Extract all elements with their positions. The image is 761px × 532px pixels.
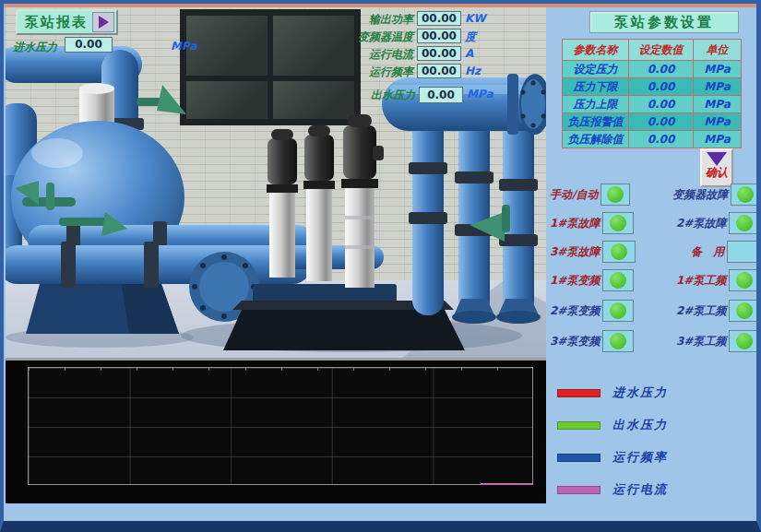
meter-value: 00.00	[417, 46, 461, 61]
inlet-pressure-value: 0.00	[65, 37, 113, 53]
chart-top-bar	[6, 358, 546, 361]
indicator-pump1-fault	[602, 212, 634, 234]
run-frequency-readout: 运行频率 00.00 Hz	[343, 64, 518, 78]
meter-label: 运行频率	[369, 65, 413, 80]
pump-report-button[interactable]: 泵站报表	[16, 9, 118, 35]
status-lamp	[611, 243, 627, 260]
outlet-pressure-label: 出水压力	[371, 88, 415, 103]
param-unit: MPa	[694, 113, 742, 131]
status-lamp	[736, 333, 753, 349]
run-current-readout: 运行电流 00.00 A	[343, 46, 518, 61]
status-lamp	[736, 272, 753, 289]
confirm-label: 确认	[702, 166, 731, 179]
status-lamp	[736, 215, 753, 231]
table-row: 负压解除值 0.00 MPa	[563, 131, 742, 148]
indicator-label: 3#泵故障	[550, 244, 600, 260]
inlet-pressure-label: 进水压力	[13, 40, 57, 55]
pump-station-3d-scene: 泵站报表 进水压力 0.00 MPa 输出功率 00.00 KW 变频器温度 0…	[6, 7, 546, 358]
legend-swatch-current	[557, 486, 600, 494]
legend-item: 运行频率	[557, 451, 668, 464]
indicator-label: 1#泵故障	[550, 216, 600, 231]
indicator-row: 1#泵变频 1#泵工频	[550, 269, 760, 291]
indicator-pump1-vfd	[602, 269, 634, 291]
run-current-trace	[481, 483, 533, 485]
col-set-value: 设定数值	[629, 40, 694, 61]
meter-unit: 度	[465, 30, 491, 45]
indicator-label: 1#泵工频	[676, 273, 726, 289]
output-power-readout: 输出功率 00.00 KW	[343, 11, 518, 26]
confirm-button[interactable]: 确认	[700, 148, 733, 187]
indicator-label: 2#泵故障	[676, 216, 726, 231]
param-name: 负压解除值	[563, 131, 629, 148]
legend-label: 出水压力	[612, 417, 668, 433]
status-lamp	[736, 302, 753, 319]
status-lamp	[610, 302, 626, 319]
parameter-table: 参数名称 设定数值 单位 设定压力 0.00 MPa 压力下限 0.00 MPa…	[562, 39, 742, 148]
meter-value: 00.00	[417, 29, 461, 43]
param-value-field[interactable]: 0.00	[629, 131, 694, 148]
trend-plot	[28, 367, 533, 485]
indicator-label: 手动/自动	[550, 187, 598, 203]
meter-unit: Hz	[465, 65, 491, 77]
indicator-pump3-vfd	[602, 330, 634, 352]
indicator-row: 2#泵变频 2#泵工频	[550, 300, 760, 322]
confirm-funnel-icon	[707, 152, 727, 166]
param-name: 负压报警值	[563, 113, 629, 131]
indicator-pump2-vfd	[602, 300, 634, 322]
indicator-pump2-mains	[729, 300, 760, 322]
legend-item: 进水压力	[557, 386, 668, 399]
meter-value: 00.00	[417, 64, 461, 78]
indicator-label: 2#泵工频	[676, 303, 726, 319]
indicator-label: 2#泵变频	[550, 303, 600, 319]
parameter-panel: 泵站参数设置 参数名称 设定数值 单位 设定压力 0.00 MPa 压力下限 0…	[550, 11, 760, 522]
indicator-label: 3#泵工频	[676, 334, 726, 349]
meter-label: 变频器温度	[358, 30, 413, 45]
meter-label: 输出功率	[369, 12, 413, 28]
indicator-pump3-mains	[729, 330, 760, 352]
indicator-label: 备 用	[678, 244, 724, 260]
table-row: 设定压力 0.00 MPa	[563, 61, 742, 78]
trend-chart-area	[6, 358, 546, 503]
param-value-field[interactable]: 0.00	[629, 61, 694, 78]
indicator-label: 3#泵变频	[550, 334, 600, 349]
indicator-row: 3#泵变频 3#泵工频	[550, 330, 760, 352]
param-value-field[interactable]: 0.00	[629, 113, 694, 131]
legend-label: 运行频率	[612, 449, 668, 466]
indicator-pump2-fault	[729, 212, 760, 234]
table-row: 负压报警值 0.00 MPa	[563, 113, 742, 131]
param-unit: MPa	[694, 78, 742, 96]
param-unit: MPa	[694, 131, 742, 148]
meter-value: 00.00	[417, 11, 461, 26]
indicator-pump3-fault	[602, 241, 636, 263]
meter-unit: A	[465, 47, 491, 60]
legend-swatch-inlet	[557, 389, 600, 397]
legend-item: 出水压力	[557, 419, 668, 432]
legend-swatch-outlet	[557, 421, 600, 430]
status-lamp	[610, 215, 626, 231]
indicator-label: 1#泵变频	[550, 273, 600, 289]
status-lamp	[737, 186, 754, 203]
param-unit: MPa	[694, 96, 742, 113]
indicator-spare	[727, 241, 760, 263]
param-name: 设定压力	[563, 61, 629, 78]
outlet-pressure-value: 0.00	[419, 87, 463, 103]
inlet-pressure-readout: 进水压力 0.00 MPa	[13, 37, 225, 53]
status-lamp	[610, 333, 626, 349]
status-lamp	[607, 186, 624, 203]
legend-label: 运行电流	[612, 481, 668, 498]
col-param-name: 参数名称	[563, 40, 629, 61]
param-value-field[interactable]: 0.00	[629, 96, 694, 113]
play-icon	[99, 16, 109, 29]
param-name: 压力下限	[563, 78, 629, 96]
hmi-pump-station-screen: 泵站报表 进水压力 0.00 MPa 输出功率 00.00 KW 变频器温度 0…	[0, 0, 761, 532]
table-row: 压力上限 0.00 MPa	[563, 96, 742, 113]
outlet-pressure-readout: 出水压力 0.00 MPa	[345, 87, 520, 101]
indicator-pump1-mains	[729, 269, 760, 291]
indicator-label: 变频器故障	[672, 187, 728, 203]
inlet-pressure-unit: MPa	[171, 40, 197, 53]
meter-label: 运行电流	[369, 47, 413, 63]
param-unit: MPa	[694, 61, 742, 78]
col-unit: 单位	[694, 40, 742, 61]
outlet-pressure-unit: MPa	[467, 88, 493, 100]
param-value-field[interactable]: 0.00	[629, 78, 694, 96]
